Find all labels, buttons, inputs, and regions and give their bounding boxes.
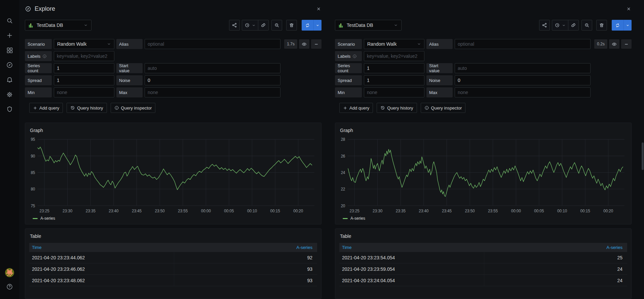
search-button[interactable] bbox=[6, 17, 13, 24]
time-picker-button[interactable] bbox=[552, 20, 568, 31]
svg-text:23:50: 23:50 bbox=[465, 208, 475, 213]
query-actions: Add query Query history Query inspector bbox=[29, 103, 321, 113]
datasource-name: TestData DB bbox=[37, 23, 63, 28]
svg-text:22: 22 bbox=[341, 187, 345, 192]
max-input[interactable] bbox=[455, 87, 591, 97]
max-input[interactable] bbox=[145, 87, 280, 97]
column-header-time[interactable]: Time bbox=[339, 245, 484, 250]
svg-text:00:20: 00:20 bbox=[293, 208, 303, 213]
column-header-series[interactable]: A-series bbox=[484, 245, 627, 250]
min-input[interactable] bbox=[54, 87, 114, 97]
svg-text:23:25: 23:25 bbox=[349, 208, 359, 213]
dashboards-button[interactable] bbox=[6, 47, 13, 54]
chevron-down-icon bbox=[252, 24, 256, 27]
server-admin-button[interactable] bbox=[6, 106, 13, 113]
alias-input[interactable] bbox=[145, 39, 280, 49]
info-circle-icon bbox=[424, 105, 429, 110]
configuration-button[interactable] bbox=[6, 91, 13, 98]
create-button[interactable] bbox=[6, 32, 13, 39]
datasource-picker[interactable]: TestData DB bbox=[25, 20, 91, 31]
graph-legend[interactable]: A-series bbox=[335, 216, 631, 224]
query-inspector-button[interactable]: Query inspector bbox=[111, 103, 156, 113]
start-value-input[interactable] bbox=[145, 63, 280, 73]
zoom-out-button[interactable] bbox=[581, 20, 592, 31]
query-history-button[interactable]: Query history bbox=[67, 103, 107, 113]
query-inspector-button[interactable]: Query inspector bbox=[421, 103, 466, 113]
share-button[interactable] bbox=[539, 20, 550, 31]
scenario-value: Random Walk bbox=[57, 41, 86, 47]
cell-value: 25 bbox=[484, 255, 627, 260]
run-query-interval-dropdown[interactable] bbox=[623, 20, 632, 31]
noise-input[interactable] bbox=[145, 75, 280, 85]
user-profile-button[interactable] bbox=[5, 268, 14, 277]
graph-panel-title: Graph bbox=[25, 123, 321, 133]
cell-time: 2021-04-20 23:24:04.054 bbox=[339, 275, 484, 286]
alias-input[interactable] bbox=[455, 39, 591, 49]
history-icon bbox=[380, 105, 385, 110]
copy-link-button[interactable] bbox=[258, 20, 269, 31]
table-body: 2021-04-20 23:23:44.062922021-04-20 23:2… bbox=[29, 252, 317, 286]
close-icon bbox=[627, 7, 631, 11]
svg-text:00:05: 00:05 bbox=[534, 208, 544, 213]
column-header-series[interactable]: A-series bbox=[174, 245, 317, 250]
start-value-input[interactable] bbox=[455, 63, 591, 73]
chevron-down-icon bbox=[394, 23, 398, 27]
noise-input[interactable] bbox=[455, 75, 591, 85]
share-button[interactable] bbox=[229, 20, 240, 31]
close-left-pane-button[interactable] bbox=[316, 6, 321, 12]
labels-input[interactable] bbox=[364, 51, 424, 61]
svg-text:23:55: 23:55 bbox=[488, 208, 498, 213]
dashboards-grid-icon bbox=[6, 47, 13, 54]
close-right-pane-button[interactable] bbox=[626, 6, 632, 12]
scrollbar-thumb[interactable] bbox=[642, 142, 644, 170]
legend-series-color bbox=[343, 218, 348, 219]
labels-label: Labels bbox=[335, 51, 362, 61]
graph-legend[interactable]: A-series bbox=[25, 216, 321, 224]
query-history-button[interactable]: Query history bbox=[377, 103, 417, 113]
plus-icon bbox=[6, 32, 13, 39]
add-query-button[interactable]: Add query bbox=[29, 103, 63, 113]
time-picker-button[interactable] bbox=[242, 20, 258, 31]
pane-toolbar: TestData DB bbox=[335, 19, 632, 31]
svg-text:00:10: 00:10 bbox=[557, 208, 567, 213]
table-row: 2021-04-20 23:23:44.06292 bbox=[29, 252, 317, 263]
data-table: Time A-series 2021-04-20 23:23:54.054252… bbox=[339, 243, 627, 299]
clear-all-button[interactable] bbox=[286, 20, 297, 31]
clear-all-button[interactable] bbox=[596, 20, 607, 31]
spread-label: Spread bbox=[25, 75, 52, 85]
cell-time: 2021-04-20 23:23:54.054 bbox=[339, 252, 484, 263]
scenario-select[interactable]: Random Walk bbox=[364, 39, 424, 49]
run-query-interval-dropdown[interactable] bbox=[313, 20, 321, 31]
window-scrollbar[interactable] bbox=[642, 0, 644, 299]
labels-input[interactable] bbox=[54, 51, 114, 61]
alerting-button[interactable] bbox=[6, 76, 13, 83]
datasource-picker[interactable]: TestData DB bbox=[335, 20, 402, 31]
remove-query-button[interactable] bbox=[311, 39, 321, 49]
help-button[interactable] bbox=[6, 283, 13, 290]
spread-input[interactable] bbox=[54, 75, 114, 85]
min-input[interactable] bbox=[364, 87, 424, 97]
add-query-button[interactable]: Add query bbox=[339, 103, 373, 113]
search-icon bbox=[6, 17, 13, 24]
explore-button[interactable] bbox=[6, 61, 13, 69]
toggle-query-visibility-button[interactable] bbox=[609, 39, 619, 49]
run-query-button[interactable] bbox=[302, 20, 313, 31]
column-header-time[interactable]: Time bbox=[29, 245, 174, 250]
clock-icon bbox=[244, 23, 250, 28]
svg-text:85: 85 bbox=[31, 170, 35, 175]
toggle-query-visibility-button[interactable] bbox=[299, 39, 309, 49]
eye-icon bbox=[612, 42, 617, 47]
remove-query-button[interactable] bbox=[621, 39, 632, 49]
zoom-out-button[interactable] bbox=[271, 20, 282, 31]
series-count-input[interactable] bbox=[54, 63, 114, 73]
svg-text:00:00: 00:00 bbox=[511, 208, 521, 213]
avatar bbox=[5, 268, 14, 277]
scenario-select[interactable]: Random Walk bbox=[54, 39, 114, 49]
plus-icon bbox=[33, 106, 37, 110]
copy-link-button[interactable] bbox=[568, 20, 579, 31]
series-count-input[interactable] bbox=[364, 63, 424, 73]
time-series-chart[interactable]: 23:2523:3023:3523:4023:4523:5023:5500:00… bbox=[27, 137, 319, 216]
spread-input[interactable] bbox=[364, 75, 424, 85]
time-series-chart[interactable]: 23:2523:3023:3523:4023:4523:5023:5500:00… bbox=[337, 137, 629, 216]
run-query-button[interactable] bbox=[612, 20, 623, 31]
